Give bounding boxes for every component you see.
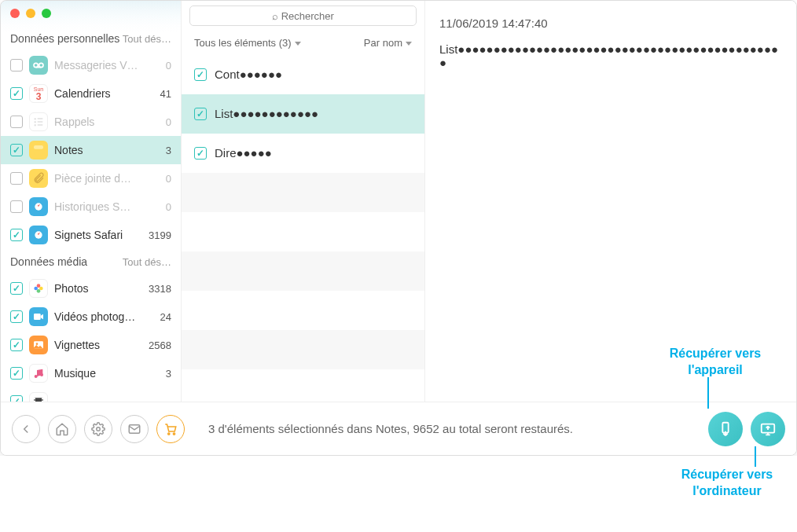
sidebar-item-count: 41 [160, 88, 171, 100]
sidebar-item-label: Calendriers [54, 87, 154, 100]
checkbox[interactable] [194, 147, 207, 160]
sidebar-item-count: 24 [160, 311, 171, 323]
sidebar-item-label: Rappels [54, 116, 160, 128]
videos-icon [29, 307, 48, 326]
note-row[interactable]: Cont●●●●●● [182, 55, 424, 94]
checkbox[interactable] [10, 200, 23, 213]
select-all-toggle[interactable]: Tout dés… [123, 33, 171, 45]
checkbox[interactable] [10, 310, 23, 323]
checkbox[interactable] [10, 172, 23, 185]
checkbox[interactable] [10, 282, 23, 295]
svg-point-22 [40, 373, 43, 376]
section-header: Données personnellesTout dés… [1, 26, 181, 51]
sidebar-item-count: 3199 [149, 229, 171, 241]
sidebar-item[interactable]: Musique3 [1, 359, 181, 387]
svg-rect-7 [38, 124, 43, 125]
checkbox[interactable] [10, 395, 23, 402]
sidebar-item-label: Musique [54, 367, 160, 380]
svg-rect-4 [35, 121, 36, 123]
svg-rect-26 [42, 398, 43, 399]
sidebar-item[interactable]: Signets Safari3199 [1, 221, 181, 249]
empty-row [182, 212, 424, 251]
sidebar: Données personnellesTout dés…Messageries… [1, 1, 182, 402]
empty-row [182, 330, 424, 369]
minimize-window-button[interactable] [26, 9, 35, 18]
sidebar-item[interactable]: Vidéos photog…24 [1, 303, 181, 331]
sidebar-item-count: 0 [166, 116, 171, 128]
sidebar-item-label: Pièce jointe d… [54, 172, 160, 185]
empty-row [182, 173, 424, 212]
recover-to-computer-button[interactable] [751, 412, 785, 446]
settings-button[interactable] [84, 415, 112, 443]
footer-bar: 3 d'éléments sélectionnés dans Notes, 96… [1, 402, 796, 455]
maximize-window-button[interactable] [42, 9, 51, 18]
svg-point-21 [35, 375, 38, 378]
sidebar-item-count: 2568 [149, 339, 171, 351]
sidebar-item[interactable]: Photos3318 [1, 274, 181, 303]
svg-rect-3 [38, 118, 43, 119]
note-row[interactable]: Dire●●●●● [182, 134, 424, 173]
sidebar-item[interactable]: Sun3Calendriers41 [1, 79, 181, 108]
svg-point-17 [34, 287, 38, 291]
svg-point-14 [37, 284, 41, 288]
sidebar-item-label: Signets Safari [54, 229, 142, 241]
sidebar-item[interactable]: Historiques S…0 [1, 193, 181, 221]
note-title: Dire●●●●● [215, 146, 412, 160]
back-button[interactable] [12, 415, 40, 443]
close-window-button[interactable] [10, 9, 20, 18]
svg-rect-24 [34, 398, 35, 399]
svg-rect-6 [35, 124, 36, 126]
checkbox[interactable] [10, 87, 23, 100]
attachment-icon [29, 169, 48, 188]
section-title: Données personnelles [10, 32, 119, 45]
checkbox[interactable] [10, 59, 23, 72]
photos-icon [29, 279, 48, 298]
checkbox[interactable] [10, 116, 23, 128]
thumbnails-icon [29, 336, 48, 354]
notes-icon [29, 141, 48, 160]
sidebar-item[interactable] [1, 387, 181, 402]
voicemail-icon [29, 56, 48, 75]
svg-rect-5 [38, 121, 43, 122]
sidebar-item[interactable]: Messageries V…0 [1, 51, 181, 79]
select-all-toggle[interactable]: Tout dés… [123, 256, 171, 268]
checkbox[interactable] [10, 229, 23, 241]
checkbox[interactable] [194, 68, 207, 81]
note-row[interactable]: List●●●●●●●●●●●● [182, 94, 424, 134]
filter-dropdown[interactable]: Tous les éléments (3) [194, 37, 301, 49]
empty-row [182, 369, 424, 402]
sidebar-item-label: Vidéos photog… [54, 310, 154, 323]
sidebar-item[interactable]: Rappels0 [1, 108, 181, 136]
sidebar-item-count: 0 [166, 60, 171, 72]
recover-to-device-button[interactable] [708, 412, 743, 446]
svg-rect-18 [34, 314, 41, 320]
checkbox[interactable] [10, 339, 23, 351]
svg-point-31 [173, 432, 174, 434]
cart-button[interactable] [156, 415, 185, 443]
checkbox[interactable] [194, 108, 207, 120]
list-header: Tous les éléments (3) Par nom [182, 31, 424, 55]
svg-rect-9 [34, 145, 43, 149]
sidebar-item[interactable]: Vignettes2568 [1, 331, 181, 359]
reminders-icon [29, 112, 48, 131]
svg-point-20 [36, 343, 39, 345]
section-header: Données médiaTout dés… [1, 249, 181, 274]
window-controls [1, 1, 181, 26]
svg-rect-32 [722, 422, 728, 432]
note-title: List●●●●●●●●●●●● [215, 107, 412, 120]
checkbox[interactable] [10, 144, 23, 156]
calendar-icon: Sun3 [29, 84, 48, 103]
status-text: 3 d'éléments sélectionnés dans Notes, 96… [193, 422, 700, 435]
mail-button[interactable] [120, 415, 149, 443]
note-body: List●●●●●●●●●●●●●●●●●●●●●●●●●●●●●●●●●●●●… [439, 42, 782, 69]
sidebar-item[interactable]: Notes3 [1, 136, 181, 164]
home-button[interactable] [48, 415, 76, 443]
note-date: 11/06/2019 14:47:40 [439, 17, 782, 30]
search-input[interactable] [189, 6, 417, 26]
music-icon [29, 364, 48, 383]
sidebar-item[interactable]: Pièce jointe d…0 [1, 164, 181, 193]
sort-dropdown[interactable]: Par nom [364, 37, 412, 49]
svg-point-15 [39, 287, 43, 291]
sidebar-item-count: 0 [166, 201, 171, 213]
checkbox[interactable] [10, 367, 23, 380]
